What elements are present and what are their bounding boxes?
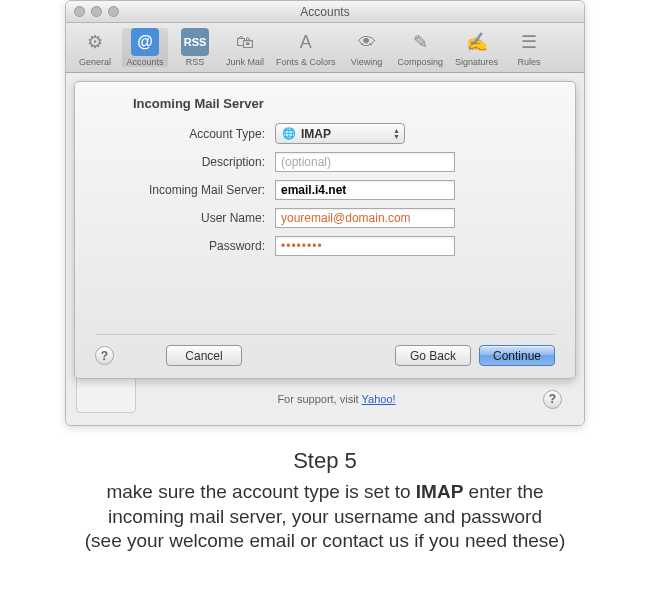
user-name-field[interactable] [275,208,455,228]
toolbar-junk-mail[interactable]: 🛍 Junk Mail [222,28,268,67]
instruction-caption: Step 5 make sure the account type is set… [0,426,650,554]
toolbar-composing[interactable]: ✎ Composing [394,28,448,67]
window-footer: + − For support, visit Yahoo! ? [74,379,576,419]
toolbar-rss[interactable]: RSS RSS [172,28,218,67]
label-description: Description: [95,155,275,169]
close-icon[interactable] [74,6,85,17]
toolbar-label: Accounts [126,57,163,67]
signature-icon: ✍ [463,28,491,56]
content-area: 🦅 Incoming Mail Server Account Type: 🌐 I… [66,73,584,425]
incoming-server-field[interactable] [275,180,455,200]
toolbar-viewing[interactable]: 👁 Viewing [344,28,390,67]
go-back-button[interactable]: Go Back [395,345,471,366]
toolbar-rules[interactable]: ☰ Rules [506,28,552,67]
toolbar-fonts-colors[interactable]: A Fonts & Colors [272,28,340,67]
label-incoming-server: Incoming Mail Server: [95,183,275,197]
toolbar-label: Signatures [455,57,498,67]
account-type-value: IMAP [301,127,331,141]
preferences-toolbar: ⚙ General @ Accounts RSS RSS 🛍 Junk Mail… [66,23,584,73]
sheet-title: Incoming Mail Server [133,96,555,111]
zoom-icon[interactable] [108,6,119,17]
support-link[interactable]: Yahoo! [362,393,396,405]
toolbar-label: Fonts & Colors [276,57,336,67]
account-type-dropdown[interactable]: 🌐 IMAP ▲▼ [275,123,405,144]
rules-icon: ☰ [515,28,543,56]
traffic-lights [66,6,119,17]
toolbar-label: RSS [186,57,205,67]
eye-icon: 👁 [353,28,381,56]
globe-icon: 🌐 [282,127,296,140]
toolbar-accounts[interactable]: @ Accounts [122,28,168,67]
toolbar-label: Rules [518,57,541,67]
setup-sheet: Incoming Mail Server Account Type: 🌐 IMA… [74,81,576,379]
label-user-name: User Name: [95,211,275,225]
toolbar-label: Composing [398,57,444,67]
at-icon: @ [131,28,159,56]
password-field[interactable] [275,236,455,256]
gear-icon: ⚙ [81,28,109,56]
continue-button[interactable]: Continue [479,345,555,366]
toolbar-label: Junk Mail [226,57,264,67]
help-button[interactable]: ? [95,346,114,365]
label-account-type: Account Type: [95,127,275,141]
toolbar-label: General [79,57,111,67]
window-title: Accounts [66,5,584,19]
font-icon: A [292,28,320,56]
chevron-up-down-icon: ▲▼ [393,128,400,140]
junk-icon: 🛍 [231,28,259,56]
toolbar-label: Viewing [351,57,382,67]
cancel-button[interactable]: Cancel [166,345,242,366]
help-button-footer[interactable]: ? [543,390,562,409]
sheet-button-row: ? Cancel Go Back Continue [95,334,555,366]
rss-icon: RSS [181,28,209,56]
description-field[interactable] [275,152,455,172]
pencil-icon: ✎ [406,28,434,56]
label-password: Password: [95,239,275,253]
instruction-text: make sure the account type is set to IMA… [30,480,620,554]
toolbar-general[interactable]: ⚙ General [72,28,118,67]
accounts-window: Accounts ⚙ General @ Accounts RSS RSS 🛍 … [65,0,585,426]
support-text: For support, visit Yahoo! [130,393,543,405]
step-number: Step 5 [30,448,620,474]
toolbar-signatures[interactable]: ✍ Signatures [451,28,502,67]
minimize-icon[interactable] [91,6,102,17]
titlebar: Accounts [66,1,584,23]
